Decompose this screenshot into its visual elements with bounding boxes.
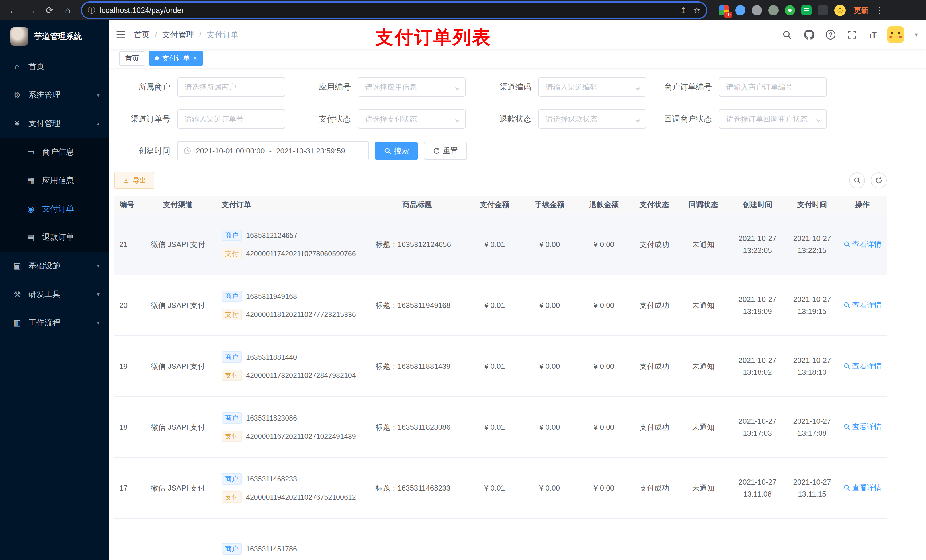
cell-create-time: 2021-10-2713:22:05 [729,214,786,275]
pay-status-input[interactable] [358,109,466,128]
notify-status-select[interactable] [719,109,827,128]
extension-icon-chat[interactable] [801,5,811,15]
channel-order-no-input[interactable] [177,109,285,128]
share-icon[interactable]: ↥ [680,6,686,15]
toggle-search-button[interactable] [849,172,865,189]
sidebar-item-infra[interactable]: ▣ 基础设施 ▾ [0,252,109,280]
merchant-order-no-input[interactable] [719,77,827,97]
cell-actions: 查看详情 [838,457,887,518]
col-notify: 回调状态 [678,196,729,214]
extension-badge: 10 [725,12,732,18]
sidebar-item-refund-order[interactable]: ▤ 退款订单 [0,223,109,252]
browser-reload-icon[interactable]: ⟳ [42,3,57,18]
extension-icon-dark[interactable] [818,5,828,15]
sidebar-item-pay-order[interactable]: ◉ 支付订单 [0,195,109,223]
refund-status-input[interactable] [538,109,646,128]
browser-menu-icon[interactable]: ⋮ [875,5,884,15]
app-title: 芋道管理系统 [34,31,82,42]
sidebar-item-workflow[interactable]: ▥ 工作流程 ▾ [0,308,109,337]
help-icon[interactable]: ? [826,30,835,39]
sidebar-item-app-info[interactable]: ▦ 应用信息 [0,166,109,195]
channel-order-no-input-wrap[interactable] [177,109,285,128]
refund-status-select[interactable] [538,109,646,128]
hamburger-icon[interactable] [116,30,126,40]
sidebar-item-devtools[interactable]: ⚒ 研发工具 ▾ [0,280,109,308]
app-select-input[interactable] [358,77,466,97]
font-size-icon[interactable]: TT [869,30,876,39]
browser-back-icon[interactable]: ← [6,3,21,18]
app-select[interactable] [358,77,466,97]
merchant-select[interactable] [177,77,285,97]
notify-status-input[interactable] [719,109,827,128]
merchant-tag: 商户 [221,543,242,555]
sidebar-item-label: 退款订单 [42,232,74,243]
merchant-select-input[interactable] [177,77,285,97]
view-detail-link[interactable]: 查看详情 [843,300,882,310]
export-button[interactable]: 导出 [115,172,154,189]
tab-home[interactable]: 首页 [119,51,145,66]
date-start-value[interactable]: 2021-10-01 00:00:00 [196,146,265,155]
channel-code-select[interactable] [538,77,646,97]
cell-actions [838,518,887,560]
browser-update-button[interactable]: 更新 [854,5,869,15]
sidebar-item-merchant-info[interactable]: ▭ 商户信息 [0,138,109,166]
cell-title: 标题：1635311823086 [367,397,467,457]
address-bar[interactable]: ⓘ localhost:1024/pay/order ↥ ☆ [82,3,706,18]
site-info-icon[interactable]: ⓘ [88,5,95,15]
sidebar-item-pay[interactable]: ¥ 支付管理 ▴ [0,109,109,138]
caret-down-icon[interactable]: ▾ [915,31,918,38]
sidebar-item-system[interactable]: ⚙ 系统管理 ▾ [0,81,109,109]
pay-status-select[interactable] [358,109,466,128]
view-detail-link[interactable]: 查看详情 [843,239,882,249]
extension-icon-sage[interactable] [768,5,779,15]
browser-profile-avatar[interactable]: ☺ [834,5,846,16]
extension-icon-blue[interactable] [735,5,746,15]
sidebar-item-label: 系统管理 [29,90,61,100]
cell-amount: ¥ 0.01 [467,397,522,457]
sidebar-item-home[interactable]: ⌂ 首页 [0,52,109,81]
cell-amount [467,518,522,560]
merchant-order-no: 1635311468233 [246,475,297,483]
date-end-value[interactable]: 2021-10-31 23:59:59 [276,146,345,155]
github-icon[interactable] [803,29,815,41]
user-avatar[interactable] [887,26,904,43]
extension-icon-gray[interactable] [752,5,762,15]
view-detail-link[interactable]: 查看详情 [843,361,882,371]
extension-icon-colorful[interactable]: 10 [719,5,729,15]
breadcrumb-pay[interactable]: 支付管理 [162,29,194,40]
reset-button[interactable]: 重置 [424,142,467,160]
view-detail-link[interactable]: 查看详情 [843,483,882,493]
refresh-table-button[interactable] [871,172,887,189]
cell-id: 17 [115,457,142,518]
filter-notify-status-label: 回调商户状态 [656,113,719,124]
browser-home-icon[interactable]: ⌂ [61,3,75,18]
pay-order-no: 4200001174202110278060590766 [246,249,356,258]
extension-icon-green-check[interactable] [785,5,795,15]
gear-icon: ⚙ [12,91,22,100]
bookmark-star-icon[interactable]: ☆ [693,6,701,15]
breadcrumb-home[interactable]: 首页 [134,29,150,40]
view-detail-link[interactable]: 查看详情 [843,422,882,432]
browser-forward-icon[interactable]: → [24,3,39,18]
channel-code-input[interactable] [538,77,646,97]
url-text[interactable]: localhost:1024/pay/order [100,6,680,15]
top-navbar: 首页 / 支付管理 / 支付订单 支付订单列表 ? [109,21,926,49]
cell-id [115,518,142,560]
search-button-label: 搜索 [394,146,409,156]
tab-pay-order[interactable]: 支付订单 × [149,51,203,66]
sidebar-item-label: 商户信息 [42,146,74,157]
filter-pay-status: 支付状态 [295,109,475,128]
close-icon[interactable]: × [193,55,197,62]
search-button[interactable]: 搜索 [375,142,418,160]
pay-order-no: 4200001181202110277723215336 [246,311,356,319]
cell-actions: 查看详情 [838,336,887,397]
col-order: 支付订单 [213,196,367,214]
app-logo-row: 芋道管理系统 [0,21,109,52]
extensions-area: 10 ☺ [719,5,846,16]
search-icon[interactable] [781,29,793,41]
fullscreen-icon[interactable] [846,29,858,41]
cell-fee [522,518,577,560]
merchant-order-no-input-wrap[interactable] [719,77,827,97]
create-time-range-picker[interactable]: 2021-10-01 00:00:00 - 2021-10-31 23:59:5… [177,141,369,160]
table-row: 商户1635311451786 [115,518,887,560]
